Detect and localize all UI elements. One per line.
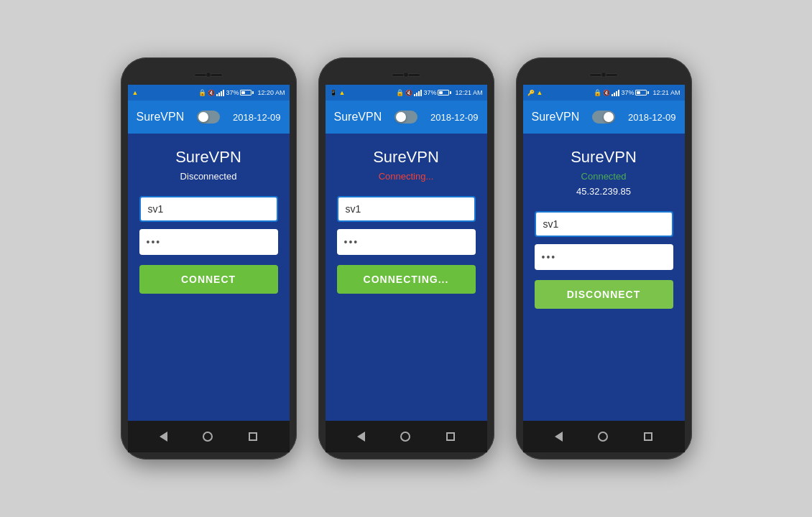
- phone-screen-1: ▲ 🔒 🔇 37% 12:20 AM SureVPN: [128, 85, 290, 452]
- phone-top-hardware-2: [326, 65, 487, 85]
- app-main-title-2: SureVPN: [373, 148, 439, 167]
- app-content-1: SureVPN Disconnected sv1 ••• CONNECT: [128, 134, 290, 421]
- recent-icon-1: [249, 432, 257, 441]
- server-value-1: sv1: [148, 203, 164, 215]
- toolbar-date-1: 2018-12-09: [233, 112, 281, 123]
- connection-status-1: Disconnected: [180, 171, 237, 182]
- back-button-1[interactable]: [160, 432, 167, 442]
- lock-icon: 🔒: [198, 89, 206, 96]
- password-dots-3: •••: [542, 251, 557, 263]
- connecting-button-2[interactable]: CONNECTING...: [337, 265, 476, 294]
- warning-icon: ▲: [132, 89, 139, 96]
- server-input-1[interactable]: sv1: [139, 196, 278, 222]
- app-main-title-3: SureVPN: [571, 148, 637, 167]
- back-icon-1: [160, 432, 167, 442]
- app-content-2: SureVPN Connecting... sv1 ••• CONNECTING…: [326, 134, 487, 421]
- home-button-2[interactable]: [400, 432, 410, 442]
- server-input-3[interactable]: sv1: [535, 211, 673, 237]
- camera-3: [601, 72, 606, 78]
- back-button-2[interactable]: [357, 432, 365, 442]
- server-value-3: sv1: [543, 218, 559, 230]
- lock-icon-2: 🔒: [396, 89, 404, 96]
- recent-icon-3: [644, 432, 652, 441]
- password-input-3[interactable]: •••: [535, 244, 673, 270]
- connection-status-2: Connecting...: [379, 171, 434, 182]
- status-bar-1: ▲ 🔒 🔇 37% 12:20 AM: [128, 85, 290, 101]
- app-main-title-1: SureVPN: [175, 148, 241, 167]
- warning-icon-2: ▲: [339, 89, 346, 96]
- time-3: 12:21 AM: [652, 89, 680, 96]
- back-icon-2: [357, 432, 365, 442]
- warning-icon-3: ▲: [537, 89, 543, 96]
- app-title-toolbar-1: SureVPN: [137, 111, 185, 124]
- bottom-nav-3: [523, 421, 685, 452]
- app-content-3: SureVPN Connected 45.32.239.85 sv1 ••• D…: [523, 134, 685, 421]
- app-title-toolbar-2: SureVPN: [334, 111, 382, 124]
- back-icon-3: [555, 432, 563, 442]
- vpn-toggle-3[interactable]: [592, 111, 615, 124]
- vpn-toggle-1[interactable]: [197, 111, 220, 124]
- app-title-toolbar-3: SureVPN: [532, 111, 580, 124]
- vpn-status-icon: 🔑: [527, 90, 535, 96]
- status-right-3: 🔒 🔇 37% 12:21 AM: [594, 89, 680, 96]
- battery-percent-3: 37%: [621, 89, 634, 96]
- recent-button-1[interactable]: [249, 432, 257, 441]
- password-dots-1: •••: [147, 236, 162, 248]
- bottom-nav-1: [128, 421, 290, 452]
- server-value-2: sv1: [346, 203, 361, 215]
- toggle-knob-3: [604, 112, 614, 122]
- time-2: 12:21 AM: [455, 89, 482, 96]
- signal-bars-1: [216, 89, 224, 96]
- status-bar-3: 🔑 ▲ 🔒 🔇 37% 12:21 AM: [523, 85, 685, 101]
- back-button-3[interactable]: [555, 432, 563, 442]
- server-input-2[interactable]: sv1: [337, 196, 476, 222]
- status-right-2: 🔒 🔇 37% 12:21 AM: [396, 89, 482, 96]
- camera: [206, 72, 211, 78]
- toolbar-2: SureVPN 2018-12-09: [326, 101, 487, 134]
- recent-button-2[interactable]: [446, 432, 455, 441]
- connect-button-1[interactable]: CONNECT: [139, 265, 278, 294]
- home-button-3[interactable]: [598, 432, 608, 442]
- battery-icon-1: [240, 90, 254, 96]
- status-left-1: ▲: [132, 89, 139, 96]
- signal-bars-3: [612, 89, 619, 96]
- toggle-knob-1: [198, 112, 208, 122]
- battery-icon-3: [635, 90, 649, 96]
- home-button-1[interactable]: [203, 432, 213, 442]
- status-left-3: 🔑 ▲: [527, 89, 543, 96]
- bottom-nav-2: [326, 421, 487, 452]
- toggle-knob-2: [396, 112, 406, 122]
- toolbar-1: SureVPN 2018-12-09: [128, 101, 290, 134]
- password-input-2[interactable]: •••: [337, 229, 476, 255]
- password-dots-2: •••: [344, 236, 359, 248]
- password-input-1[interactable]: •••: [139, 229, 278, 255]
- recent-icon-2: [446, 432, 455, 441]
- battery-icon-2: [438, 90, 451, 96]
- signal-bars-2: [414, 89, 422, 96]
- toolbar-date-2: 2018-12-09: [430, 112, 479, 123]
- phone-top-hardware-3: [523, 65, 685, 85]
- toolbar-3: SureVPN 2018-12-09: [523, 101, 685, 134]
- home-icon-2: [400, 432, 410, 442]
- phone-connecting: 📱 ▲ 🔒 🔇 37% 12:21 AM SureVPN: [318, 57, 494, 460]
- status-right-1: 🔒 🔇 37% 12:20 AM: [198, 89, 285, 96]
- ip-address-3: 45.32.239.85: [576, 186, 631, 197]
- phone-disconnected: ▲ 🔒 🔇 37% 12:20 AM SureVPN: [121, 57, 297, 460]
- home-icon-1: [203, 432, 213, 442]
- lock-icon-3: 🔒: [594, 89, 601, 96]
- disconnect-button-3[interactable]: DISCONNECT: [535, 280, 673, 309]
- home-icon-3: [598, 432, 608, 442]
- phone-connected: 🔑 ▲ 🔒 🔇 37% 12:21 AM SureVPN: [516, 57, 692, 460]
- battery-percent-1: 37%: [226, 89, 239, 96]
- phone-top-hardware: [128, 65, 290, 85]
- mute-icon-3: 🔇: [603, 90, 610, 96]
- phone-screen-3: 🔑 ▲ 🔒 🔇 37% 12:21 AM SureVPN: [523, 85, 685, 452]
- vpn-toggle-2[interactable]: [395, 111, 417, 124]
- phone-screen-2: 📱 ▲ 🔒 🔇 37% 12:21 AM SureVPN: [326, 85, 487, 452]
- time-1: 12:20 AM: [257, 89, 285, 96]
- recent-button-3[interactable]: [644, 432, 652, 441]
- toolbar-date-3: 2018-12-09: [628, 112, 676, 123]
- status-left-2: 📱 ▲: [330, 89, 346, 96]
- battery-percent-2: 37%: [423, 89, 436, 96]
- connection-status-3: Connected: [581, 171, 627, 182]
